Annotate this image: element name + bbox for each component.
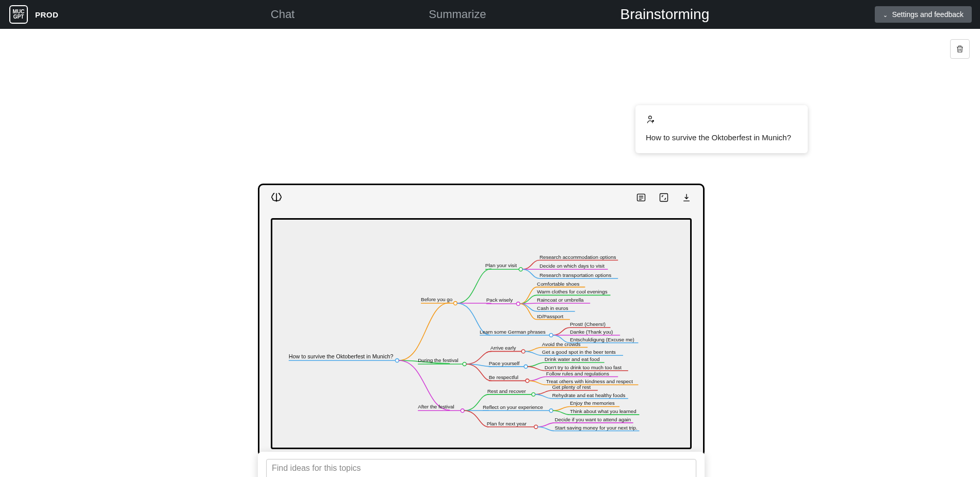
svg-point-40 <box>461 409 464 413</box>
mm-b1-c3: Learn some German phrases <box>480 329 546 335</box>
settings-button[interactable]: ⌃ Settings and feedback <box>875 6 972 23</box>
svg-point-26 <box>463 362 466 366</box>
mm-branch-1: Before you go <box>421 297 453 302</box>
settings-label: Settings and feedback <box>892 10 963 19</box>
tab-summarize[interactable]: Summarize <box>429 8 486 21</box>
mm-b3-c1: Rest and recover <box>487 388 526 394</box>
mm-leaf: Follow rules and regulations <box>546 371 609 376</box>
nav-tabs: Chat Summarize Brainstorming <box>271 6 709 23</box>
mm-leaf: Research accommodation options <box>540 254 616 260</box>
svg-point-28 <box>521 350 525 353</box>
prompt-input-card: 1/ 4000 Token used <box>258 452 705 477</box>
logo-bottom: GPT <box>12 14 25 20</box>
svg-rect-3 <box>660 194 668 202</box>
mm-leaf: Drink water and eat food <box>545 356 600 362</box>
mm-b1-c1: Plan your visit <box>485 262 517 268</box>
mm-leaf: Prost! (Cheers!) <box>570 321 606 327</box>
svg-point-14 <box>516 302 520 306</box>
mm-b2-c2: Pace yourself <box>489 360 520 366</box>
mm-leaf: Start saving money for your next trip. <box>554 425 637 431</box>
trash-icon <box>955 44 965 54</box>
svg-point-7 <box>453 302 457 305</box>
svg-point-50 <box>534 425 538 429</box>
tab-brainstorming[interactable]: Brainstorming <box>620 6 710 23</box>
mm-b3-c3: Plan for next year <box>487 421 527 426</box>
mm-leaf: Avoid the crowds <box>542 341 581 347</box>
svg-point-0 <box>649 116 652 119</box>
svg-point-46 <box>549 409 553 413</box>
mm-branch-3: After the festival <box>418 404 454 409</box>
mm-leaf: ID/Passport <box>537 314 564 319</box>
mm-leaf: Treat others with kindness and respect <box>546 379 633 384</box>
mm-leaf: Research transportation options <box>540 272 611 278</box>
mindmap-toolbar <box>636 192 692 205</box>
logo-badge: MUC GPT <box>9 5 28 24</box>
mm-leaf: Don't try to drink too much too fast <box>545 365 622 370</box>
mm-leaf: Think about what you learned <box>570 408 636 414</box>
env-label: PROD <box>35 10 58 19</box>
mm-leaf: Raincoat or umbrella <box>537 297 584 303</box>
assistant-response-card: How to survive the Oktoberfest in Munich… <box>258 184 705 457</box>
view-text-button[interactable] <box>636 192 646 205</box>
mm-leaf: Cash in euros <box>537 305 568 311</box>
mm-b2-c3: Be respectful <box>489 374 518 380</box>
mm-leaf: Get a good spot in the beer tents <box>542 349 616 355</box>
svg-point-32 <box>524 365 528 368</box>
svg-point-21 <box>549 334 553 337</box>
mm-root: How to survive the Oktoberfest in Munich… <box>289 353 394 359</box>
mm-leaf: Comfortable shoes <box>537 281 579 287</box>
svg-point-42 <box>532 392 535 396</box>
mm-b2-c1: Arrive early <box>491 345 516 351</box>
prompt-input[interactable] <box>266 459 696 477</box>
mm-branch-2: During the festival <box>418 357 459 363</box>
assistant-panel-header <box>259 185 703 212</box>
download-button[interactable] <box>681 192 692 205</box>
svg-point-9 <box>519 268 522 271</box>
mm-leaf: Decide if you want to attend again <box>554 417 631 422</box>
svg-point-5 <box>396 359 399 363</box>
mm-leaf: Danke (Thank you) <box>570 329 613 335</box>
mindmap-canvas[interactable]: How to survive the Oktoberfest in Munich… <box>271 218 692 449</box>
svg-point-1 <box>652 120 654 122</box>
mm-leaf: Warm clothes for cool evenings <box>537 289 608 294</box>
mm-leaf: Get plenty of rest <box>552 384 591 390</box>
tab-chat[interactable]: Chat <box>271 8 295 21</box>
mm-leaf: Decide on which days to visit <box>540 263 605 269</box>
clear-button[interactable] <box>950 39 970 59</box>
mm-b3-c2: Reflect on your experience <box>483 404 543 410</box>
svg-point-36 <box>526 379 529 383</box>
chevron-down-icon: ⌃ <box>883 11 888 18</box>
mm-leaf: Enjoy the memories <box>570 400 615 406</box>
brain-icon <box>271 192 282 205</box>
mm-b1-c2: Pack wisely <box>486 297 513 303</box>
fullscreen-button[interactable] <box>659 192 669 205</box>
mm-leaf: Rehydrate and eat healthy foods <box>552 392 626 398</box>
user-message-card: How to survive the Oktoberfest in Munich… <box>635 105 808 153</box>
user-message-text: How to survive the Oktoberfest in Munich… <box>646 133 797 142</box>
app-header: MUC GPT PROD Chat Summarize Brainstormin… <box>0 0 980 29</box>
logo: MUC GPT PROD <box>0 5 58 24</box>
mindmap-svg: How to survive the Oktoberfest in Munich… <box>272 220 690 448</box>
user-icon <box>646 114 797 127</box>
